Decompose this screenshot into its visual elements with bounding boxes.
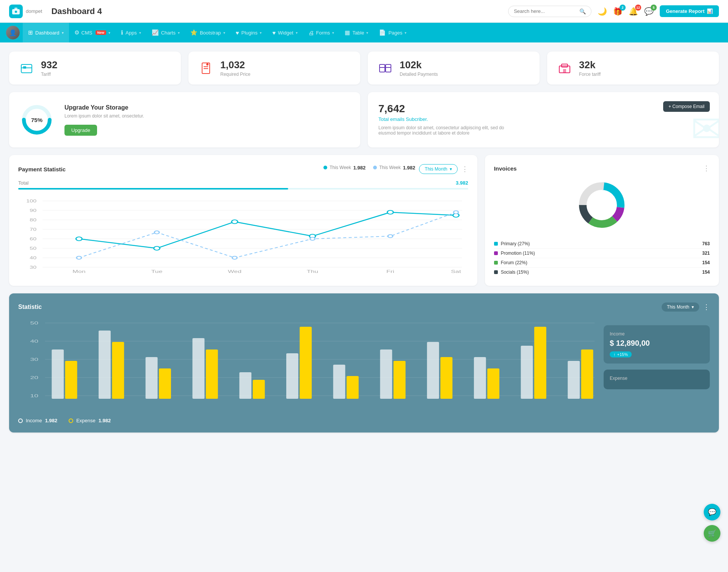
payment-total-row: Total 3.982: [18, 180, 468, 186]
email-desc: Lorem ipsum dolor sit amet, consectetur …: [378, 125, 522, 136]
nav-item-charts[interactable]: 📈 Charts ▾: [146, 23, 185, 42]
generate-report-button[interactable]: Generate Report 📊: [660, 5, 719, 17]
bootstrap-chevron-icon: ▾: [223, 31, 225, 35]
svg-text:Sat: Sat: [451, 269, 461, 273]
primary-color-swatch: [494, 242, 498, 246]
statistic-title: Statistic: [18, 304, 42, 310]
payment-line-chart: 100 90 80 70 60 50 40 30 Mon Tue Wed Thu…: [18, 197, 468, 273]
email-subtitle: Total emails Subcriber.: [378, 116, 708, 122]
stat-card-tariff: 932 Tariff: [9, 52, 181, 85]
upgrade-button[interactable]: Upgrade: [64, 125, 97, 136]
statistic-header: Statistic This Month ▾ ⋮: [18, 302, 710, 312]
nav-item-pages[interactable]: 📄 Pages ▾: [373, 23, 412, 42]
svg-point-45: [387, 210, 393, 214]
payment-header: Payment Statistic This Week 1.982 This W…: [18, 164, 468, 174]
middle-row: 75% Upgrade Your Storage Lorem ipsum dol…: [9, 92, 719, 147]
svg-text:90: 90: [30, 208, 36, 213]
invoices-title: Invoices: [494, 165, 517, 172]
this-month-button[interactable]: This Month ▾: [419, 164, 457, 174]
storage-donut: 75%: [20, 103, 54, 137]
email-bg-icon: ✉: [691, 107, 719, 147]
svg-text:Tue: Tue: [151, 269, 163, 273]
legend-forum: Forum (22%) 154: [494, 258, 710, 268]
svg-rect-68: [52, 349, 64, 399]
forms-nav-icon: 🖨: [308, 30, 314, 36]
stat-card-force-tariff: 32k Force tariff: [547, 52, 719, 85]
search-input[interactable]: [514, 8, 576, 14]
invoices-header: Invoices ⋮: [494, 164, 710, 172]
statistic-bar-chart-area: 50 40 30 20 10: [18, 319, 595, 423]
nav-item-apps[interactable]: ℹ Apps ▾: [116, 23, 146, 42]
nav-item-dashboard[interactable]: ⊞ Dashboard ▾: [23, 23, 69, 42]
logo-name: dompet: [26, 8, 42, 14]
charts-chevron-icon: ▾: [178, 31, 180, 35]
apps-chevron-icon: ▾: [139, 31, 141, 35]
svg-text:50: 50: [30, 321, 38, 325]
income-expense-row: Income 1.982 Expense 1.982: [18, 418, 595, 423]
gift-icon[interactable]: 🎁 2: [613, 7, 623, 16]
legend-dot-2: [373, 166, 377, 169]
svg-text:30: 30: [30, 265, 36, 270]
svg-text:40: 40: [30, 339, 38, 343]
income-panel-amount: $ 12,890,00: [610, 339, 704, 348]
statistic-dropdown-icon: ▾: [692, 304, 694, 310]
apps-nav-icon: ℹ: [121, 29, 123, 36]
statistic-card: Statistic This Month ▾ ⋮: [9, 293, 719, 433]
pages-nav-icon: 📄: [379, 29, 386, 36]
svg-rect-11: [386, 64, 391, 72]
widget-nav-icon: ♥: [272, 30, 276, 36]
svg-rect-87: [487, 368, 499, 399]
income-growth-badge: ↑ +15%: [610, 351, 632, 357]
svg-rect-78: [286, 353, 298, 399]
legend-dot-1: [323, 166, 327, 169]
moon-icon[interactable]: 🌙: [598, 7, 607, 16]
nav-item-forms[interactable]: 🖨 Forms ▾: [303, 23, 340, 42]
required-price-icon: [198, 60, 214, 77]
legend-primary: Primary (27%) 763: [494, 239, 710, 249]
stat-card-payments: 102k Detalled Payments: [368, 52, 540, 85]
payment-more-options[interactable]: ⋮: [461, 165, 468, 173]
stats-grid: 932 Tariff 1,032 Required Price 102k Det…: [9, 52, 719, 85]
payment-controls: This Week 1.982 This Week 1.982 This Mon…: [323, 164, 468, 174]
required-price-info: 1,032 Required Price: [220, 59, 250, 77]
search-icon: 🔍: [579, 8, 586, 14]
statistic-this-month-button[interactable]: This Month ▾: [662, 302, 699, 312]
email-card: + Compose Email 7,642 Total emails Subcr…: [368, 92, 719, 147]
svg-point-47: [77, 256, 82, 259]
payment-total-value: 3.982: [456, 180, 468, 186]
svg-text:30: 30: [30, 357, 38, 362]
forms-chevron-icon: ▾: [332, 31, 334, 35]
table-nav-icon: ▦: [345, 29, 350, 36]
search-box[interactable]: 🔍: [508, 6, 592, 17]
header-right: 🔍 🌙 🎁 2 🔔 12 💬 5 Generate Report 📊: [508, 5, 719, 17]
nav-item-table[interactable]: ▦ Table ▾: [339, 23, 373, 42]
chat-icon[interactable]: 💬 5: [644, 7, 654, 16]
dropdown-chevron-icon: ▾: [450, 166, 452, 172]
svg-rect-86: [474, 357, 486, 399]
logo-icon: [9, 5, 23, 18]
nav-item-plugins[interactable]: ♥ Plugins ▾: [231, 23, 267, 42]
svg-text:Wed: Wed: [228, 269, 242, 273]
bell-icon[interactable]: 🔔 12: [629, 7, 638, 16]
nav-item-widget[interactable]: ♥ Widget ▾: [267, 23, 303, 42]
statistic-more-options[interactable]: ⋮: [703, 303, 710, 311]
svg-rect-71: [112, 342, 124, 399]
storage-text: Upgrade Your Storage Lorem ipsum dolor s…: [64, 104, 144, 136]
income-legend-value: 1.982: [45, 418, 58, 423]
invoices-more-options[interactable]: ⋮: [703, 164, 710, 172]
pages-chevron-icon: ▾: [405, 31, 406, 35]
cms-new-badge: New: [96, 30, 107, 35]
legend-socials: Socials (15%) 154: [494, 268, 710, 277]
chat-badge: 5: [651, 5, 657, 11]
svg-rect-82: [380, 349, 392, 399]
svg-text:80: 80: [30, 218, 36, 222]
page-title: Dashboard 4: [51, 6, 508, 16]
payments-icon: [377, 60, 394, 77]
nav-item-bootstrap[interactable]: ⭐ Bootstrap ▾: [185, 23, 231, 42]
header: dompet Dashboard 4 🔍 🌙 🎁 2 🔔 12 💬 5 Gene…: [0, 0, 728, 23]
svg-rect-80: [333, 365, 345, 399]
svg-rect-1: [14, 8, 17, 10]
svg-text:50: 50: [30, 246, 36, 251]
force-tariff-icon: [556, 60, 573, 77]
nav-item-cms[interactable]: ⚙ CMS New ▾: [69, 23, 116, 42]
